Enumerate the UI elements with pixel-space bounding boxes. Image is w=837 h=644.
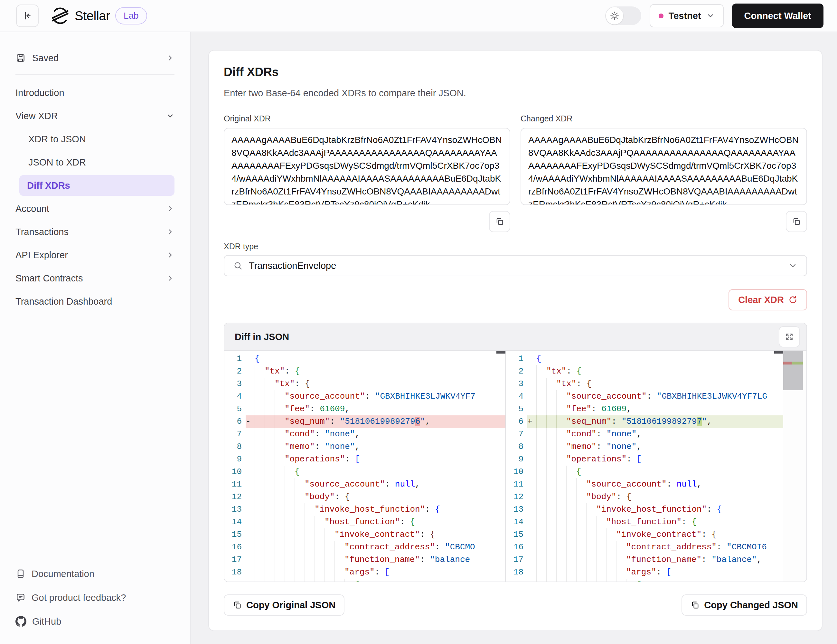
brand-logo[interactable]: Stellar Lab <box>51 7 147 25</box>
chevron-right-icon <box>166 204 174 213</box>
copy-original-json-button[interactable]: Copy Original JSON <box>224 595 345 616</box>
scrollbar-thumb[interactable] <box>496 351 505 353</box>
page-title: Diff XDRs <box>224 66 807 79</box>
copy-original-json-label: Copy Original JSON <box>246 600 335 611</box>
diff-marker <box>246 428 254 440</box>
sidebar-item-transactions[interactable]: Transactions <box>15 222 174 242</box>
collapse-sidebar-icon <box>22 10 33 21</box>
feedback-icon <box>15 593 26 603</box>
code-line: 10{ <box>224 466 505 478</box>
code-line: 7"cond": "none", <box>506 428 783 440</box>
line-number: 15 <box>224 528 246 541</box>
sidebar-item-label: Saved <box>32 53 160 63</box>
line-number: 12 <box>506 491 527 503</box>
copy-original-xdr-button[interactable] <box>489 211 510 232</box>
sidebar-link-feedback[interactable]: Got product feedback? <box>15 588 174 607</box>
line-number: 4 <box>224 390 246 403</box>
code-line: 2"tx": { <box>506 365 783 378</box>
line-number: 18 <box>224 566 246 578</box>
sidebar-link-github[interactable]: GitHub <box>15 612 174 631</box>
code-line: 2"tx": { <box>224 365 505 378</box>
changed-xdr-input[interactable]: AAAAAgAAAABuE6DqJtabKrzBfrNo6A0Zt1FrFAV4… <box>520 128 807 205</box>
sidebar-item-account[interactable]: Account <box>15 198 174 219</box>
clear-xdr-button[interactable]: Clear XDR <box>729 289 807 310</box>
connect-wallet-button[interactable]: Connect Wallet <box>732 3 824 28</box>
theme-toggle[interactable] <box>605 7 641 25</box>
sidebar-link-label: Documentation <box>31 568 94 579</box>
chevron-right-icon <box>166 54 174 62</box>
diff-in-json-panel: Diff in JSON 1{2"tx": {3"tx": {4"source_… <box>224 323 807 582</box>
copy-changed-json-button[interactable]: Copy Changed JSON <box>681 595 807 616</box>
code-line: 17"function_name": "balance <box>224 554 505 566</box>
chevron-down-icon <box>788 261 798 270</box>
sidebar-link-documentation[interactable]: Documentation <box>15 564 174 583</box>
line-number: 11 <box>224 478 246 491</box>
code-line: 1{ <box>224 353 505 365</box>
diff-pane-original[interactable]: 1{2"tx": {3"tx": {4"source_account": "GB… <box>224 351 505 582</box>
copy-icon <box>691 601 699 610</box>
network-status-dot <box>659 13 663 18</box>
code-line: 3"tx": { <box>506 378 783 390</box>
diff-marker <box>246 453 254 466</box>
original-xdr-input[interactable]: AAAAAgAAAABuE6DqJtabKrzBfrNo6A0Zt1FrFAV4… <box>224 128 510 205</box>
line-number: 1 <box>506 353 527 365</box>
code-line: 4"source_account": "GBXBHIHKE3LJWKV4YF7L… <box>506 390 783 403</box>
diff-marker: + <box>527 416 536 428</box>
code-line: 15"invoke_contract": { <box>506 528 783 541</box>
sidebar-item-label: API Explorer <box>15 250 166 261</box>
diff-pane-changed[interactable]: 1{2"tx": {3"tx": {4"source_account": "GB… <box>506 351 783 582</box>
diff-marker <box>246 554 254 566</box>
sidebar-item-transaction-dashboard[interactable]: Transaction Dashboard <box>15 291 174 312</box>
overview-ruler-thumb[interactable] <box>783 351 803 390</box>
diff-marker <box>246 503 254 516</box>
diff-marker <box>246 541 254 554</box>
network-label: Testnet <box>669 11 701 21</box>
copy-icon <box>792 217 801 226</box>
diff-marker <box>527 541 536 554</box>
line-number: 7 <box>506 428 527 440</box>
chevron-down-icon <box>166 112 174 120</box>
line-number: 14 <box>224 516 246 528</box>
sidebar: Saved Introduction View XDR XDR to JSON … <box>0 32 190 644</box>
line-number: 16 <box>506 541 527 554</box>
expand-diff-button[interactable] <box>779 326 800 347</box>
chevron-down-icon <box>706 12 715 20</box>
scrollbar-thumb[interactable] <box>774 351 783 353</box>
diff-marker <box>527 528 536 541</box>
sidebar-item-label: View XDR <box>15 111 166 122</box>
code-line: 19{ <box>506 578 783 582</box>
sidebar-link-label: Got product feedback? <box>31 593 126 603</box>
stellar-logo-icon <box>51 7 69 25</box>
page-description: Enter two Base-64 encoded XDRs to compar… <box>224 88 807 99</box>
code-line: 6-"seq_num": "518106199892796", <box>224 416 505 428</box>
diff-marker <box>246 365 254 378</box>
sidebar-item-api-explorer[interactable]: API Explorer <box>15 245 174 265</box>
sidebar-item-json-to-xdr[interactable]: JSON to XDR <box>15 152 174 172</box>
line-number: 4 <box>506 390 527 403</box>
line-number: 19 <box>224 578 246 582</box>
xdr-type-select[interactable]: TransactionEnvelope <box>224 255 807 276</box>
sidebar-item-introduction[interactable]: Introduction <box>15 82 174 103</box>
copy-changed-xdr-button[interactable] <box>786 211 807 232</box>
network-select[interactable]: Testnet <box>650 4 724 27</box>
sidebar-item-saved[interactable]: Saved <box>15 48 174 68</box>
sidebar-item-diff-xdrs-active[interactable]: Diff XDRs <box>19 175 174 196</box>
collapse-sidebar-button[interactable] <box>16 5 39 27</box>
diff-overview-ruler <box>783 351 806 582</box>
code-line: 11"source_account": null, <box>506 478 783 491</box>
code-line: 12"body": { <box>224 491 505 503</box>
copy-icon <box>495 217 504 226</box>
sidebar-item-smart-contracts[interactable]: Smart Contracts <box>15 268 174 289</box>
line-number: 12 <box>224 491 246 503</box>
sidebar-item-view-xdr[interactable]: View XDR <box>15 106 174 126</box>
line-number: 19 <box>506 578 527 582</box>
code-line: 9"operations": [ <box>224 453 505 466</box>
diff-panel-title: Diff in JSON <box>235 332 289 342</box>
diff-marker <box>527 440 536 453</box>
diff-marker <box>527 403 536 416</box>
sidebar-item-xdr-to-json[interactable]: XDR to JSON <box>15 129 174 150</box>
code-line: 12"body": { <box>506 491 783 503</box>
diff-marker <box>527 516 536 528</box>
copy-icon <box>233 601 242 610</box>
diff-marker <box>246 403 254 416</box>
